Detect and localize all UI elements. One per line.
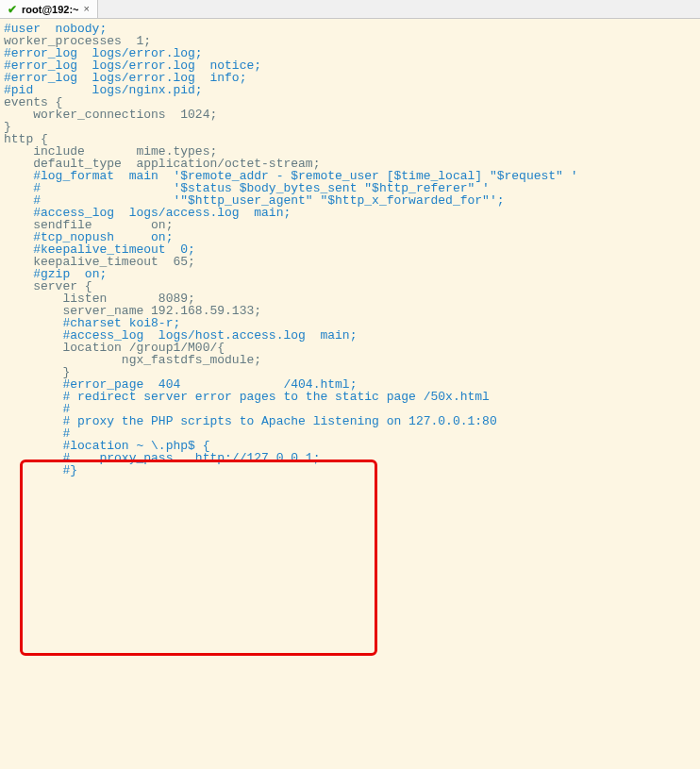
highlight-box <box>20 460 377 656</box>
close-icon[interactable]: × <box>84 4 90 14</box>
tab-title: root@192:~ <box>22 4 79 15</box>
code-line: ngx_fastdfs_module; <box>4 354 696 366</box>
code-line: # proxy the PHP scripts to Apache listen… <box>4 415 696 427</box>
editor-area[interactable]: #user nobody;worker_processes 1;#error_l… <box>0 19 700 476</box>
check-icon: ✔ <box>8 4 17 15</box>
code-line: # proxy_pass http://127.0.0.1; <box>4 452 696 464</box>
code-line: } <box>4 121 696 133</box>
code-line: #gzip on; <box>4 268 696 280</box>
code-line: keepalive_timeout 65; <box>4 256 696 268</box>
tab-bar: ✔ root@192:~ × <box>0 0 700 19</box>
code-line: worker_connections 1024; <box>4 109 696 121</box>
code-line: #pid logs/nginx.pid; <box>4 84 696 96</box>
terminal-tab[interactable]: ✔ root@192:~ × <box>0 0 98 18</box>
code-line: #} <box>4 464 696 476</box>
code-line: # redirect server error pages to the sta… <box>4 391 696 403</box>
